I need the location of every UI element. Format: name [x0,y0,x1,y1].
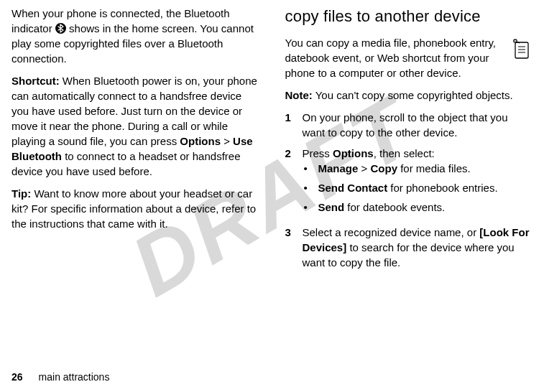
step-number: 3 [285,225,303,270]
tip-label: Tip: [11,187,31,200]
step-2: 2 Press Options, then select: • Manage >… [285,146,533,219]
step-body: Press Options, then select: • Manage > C… [303,146,498,219]
step-1: 1 On your phone, scroll to the object th… [285,110,533,140]
text: for phonebook entries. [387,182,497,194]
shortcut-paragraph: Shortcut: When Bluetooth power is on, yo… [11,73,259,179]
step-3: 3 Select a recognized device name, or [L… [285,225,533,270]
svg-point-6 [515,40,515,41]
shortcut-label: Shortcut: [11,75,60,87]
copy-file-icon [511,37,533,61]
step-text: Select a recognized device name, or [Loo… [303,225,533,270]
options-key: Options [333,147,374,159]
send-key: Send [318,201,345,213]
steps-list: 1 On your phone, scroll to the object th… [285,110,533,270]
text: for datebook events. [344,201,445,213]
intro-paragraph: You can copy a media file, phonebook ent… [285,35,533,80]
text: for media files. [397,162,471,174]
step-number: 2 [285,146,303,219]
options-key: Options [180,135,221,147]
text: You can't copy some copyrighted objects. [313,89,513,101]
copy-key: Copy [370,162,397,174]
text: Want to know more about your headset or … [11,187,256,230]
note-label: Note: [285,89,313,101]
page-content: When your phone is connected, the Blueto… [0,0,544,276]
left-column: When your phone is connected, the Blueto… [11,6,259,276]
bullet-list: • Manage > Copy for media files. • Send … [303,161,498,215]
note-paragraph: Note: You can't copy some copyrighted ob… [285,88,533,103]
bullet-dot: • [303,200,318,215]
bluetooth-icon [55,23,66,34]
text: > [221,135,233,147]
section-heading: copy files to another device [285,6,533,28]
send-contact-key: Send Contact [318,182,388,194]
tip-paragraph: Tip: Want to know more about your headse… [11,186,259,231]
text: > [358,162,370,174]
svg-rect-0 [515,42,528,58]
bullet-dot: • [303,180,318,195]
bullet-manage-copy: • Manage > Copy for media files. [303,161,498,176]
bullet-dot: • [303,161,318,176]
bullet-send-contact: • Send Contact for phonebook entries. [303,180,498,195]
section-name: main attractions [39,371,110,383]
bluetooth-connected-paragraph: When your phone is connected, the Blueto… [11,6,259,66]
step-number: 1 [285,110,303,140]
text: , then select: [374,147,435,159]
manage-key: Manage [318,162,359,174]
text: Select a recognized device name, or [303,226,480,238]
step-text: On your phone, scroll to the object that… [303,110,533,140]
bullet-send: • Send for datebook events. [303,200,498,215]
page-number: 26 [11,371,23,383]
text: Press [303,147,333,159]
page-footer: 26main attractions [11,370,109,385]
right-column: copy files to another device You can cop… [285,6,533,276]
